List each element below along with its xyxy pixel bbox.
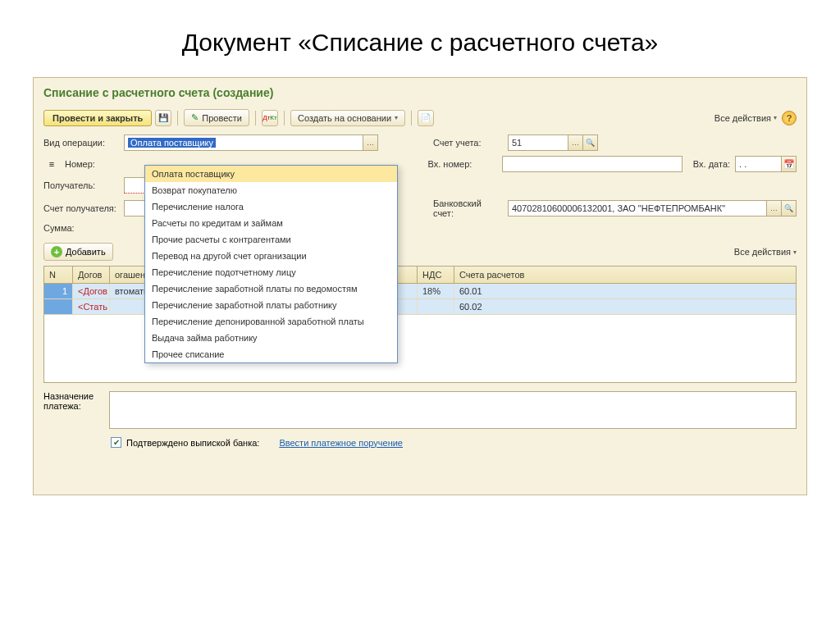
cell-vat[interactable]: 18% bbox=[418, 284, 454, 299]
dropdown-item[interactable]: Перечисление депонированной заработной п… bbox=[145, 313, 397, 330]
create-based-button[interactable]: Создать на основании ▾ bbox=[290, 110, 405, 126]
search-icon[interactable]: 🔍 bbox=[781, 201, 796, 216]
account-value: 51 bbox=[509, 138, 568, 148]
cell-contract[interactable]: <Догов bbox=[73, 284, 110, 299]
dropdown-item[interactable]: Прочие расчеты с контрагентами bbox=[145, 231, 397, 248]
separator bbox=[255, 111, 256, 125]
select-button[interactable]: … bbox=[766, 201, 781, 216]
app-window: Списание с расчетного счета (создание) П… bbox=[33, 77, 807, 495]
post-icon: ✎ bbox=[191, 112, 199, 123]
dropdown-item[interactable]: Перечисление подотчетному лицу bbox=[145, 264, 397, 280]
create-based-label: Создать на основании bbox=[298, 113, 391, 123]
slide-title: Документ «Списание с расчетного счета» bbox=[0, 0, 840, 77]
col-accounts[interactable]: Счета расчетов bbox=[454, 267, 796, 283]
all-actions-grid-label: Все действия bbox=[734, 247, 791, 257]
caret-down-icon: ▾ bbox=[793, 248, 797, 256]
calendar-icon[interactable]: 📅 bbox=[781, 157, 796, 171]
dropdown-item[interactable]: Расчеты по кредитам и займам bbox=[145, 215, 397, 231]
operation-dropdown: Оплата поставщику Возврат покупателю Пер… bbox=[144, 165, 398, 363]
cell-contract[interactable]: <Стать bbox=[73, 299, 110, 314]
post-label: Провести bbox=[202, 113, 242, 123]
dt-kt-icon[interactable]: ДтКт bbox=[262, 110, 278, 126]
separator bbox=[411, 111, 412, 125]
operation-value: Оплата поставщику bbox=[125, 138, 363, 148]
dropdown-item[interactable]: Перевод на другой счет организации bbox=[145, 248, 397, 264]
operation-input[interactable]: Оплата поставщику … bbox=[124, 134, 378, 151]
form-title: Списание с расчетного счета (создание) bbox=[34, 78, 806, 106]
toolbar: Провести и закрыть 💾 ✎ Провести ДтКт Соз… bbox=[34, 106, 806, 133]
recipient-label: Получатель: bbox=[43, 180, 119, 190]
incoming-date-input[interactable]: . . 📅 bbox=[735, 156, 797, 172]
operation-label: Вид операции: bbox=[43, 138, 119, 148]
all-actions-label: Все действия bbox=[714, 113, 771, 123]
caret-down-icon: ▾ bbox=[774, 114, 777, 121]
report-icon[interactable]: 📄 bbox=[418, 110, 434, 126]
post-button[interactable]: ✎ Провести bbox=[184, 109, 249, 126]
cell-account[interactable]: 60.01 bbox=[454, 284, 796, 299]
post-and-close-button[interactable]: Провести и закрыть bbox=[43, 110, 152, 126]
dropdown-item[interactable]: Прочее списание bbox=[145, 346, 397, 362]
sum-label: Сумма: bbox=[43, 223, 119, 233]
plus-icon: + bbox=[51, 246, 62, 258]
cell-vat[interactable] bbox=[418, 299, 454, 314]
search-icon[interactable]: 🔍 bbox=[582, 135, 597, 150]
confirmed-checkbox[interactable]: ✔ bbox=[111, 437, 121, 448]
row-num bbox=[44, 299, 73, 314]
incoming-date-value: . . bbox=[736, 159, 781, 169]
confirmed-label: Подтверждено выпиской банка: bbox=[126, 438, 259, 448]
all-actions-button[interactable]: Все действия ▾ bbox=[714, 113, 777, 123]
select-button[interactable]: … bbox=[568, 135, 582, 150]
bank-account-input[interactable]: 40702810600006132001, ЗАО "НЕФТЕПРОМБАНК… bbox=[508, 200, 797, 217]
dropdown-item[interactable]: Оплата поставщику bbox=[145, 166, 397, 182]
dropdown-item[interactable]: Перечисление заработной платы по ведомос… bbox=[145, 280, 397, 297]
incoming-date-label: Вх. дата: bbox=[687, 159, 730, 169]
incoming-number-input[interactable] bbox=[502, 156, 682, 172]
dropdown-item[interactable]: Выдача займа работнику bbox=[145, 330, 397, 346]
dropdown-item[interactable]: Перечисление заработной платы работнику bbox=[145, 297, 397, 313]
separator bbox=[284, 111, 285, 125]
lines-icon[interactable]: ≡ bbox=[43, 159, 60, 169]
dropdown-item[interactable]: Перечисление налога bbox=[145, 198, 397, 215]
account-input[interactable]: 51 … 🔍 bbox=[508, 134, 598, 151]
purpose-label: Назначение платежа: bbox=[43, 391, 103, 429]
all-actions-grid-button[interactable]: Все действия ▾ bbox=[734, 247, 797, 257]
save-icon[interactable]: 💾 bbox=[155, 110, 171, 126]
col-vat[interactable]: НДС bbox=[418, 267, 454, 283]
number-label: Номер: bbox=[65, 159, 119, 169]
bank-account-label: Банковский счет: bbox=[433, 198, 503, 218]
row-num: 1 bbox=[44, 284, 73, 299]
account-label: Счет учета: bbox=[433, 138, 503, 148]
enter-payment-link[interactable]: Ввести платежное поручение bbox=[279, 438, 403, 448]
add-label: Добавить bbox=[66, 247, 106, 257]
help-icon[interactable]: ? bbox=[782, 111, 797, 125]
separator bbox=[177, 111, 178, 125]
add-button[interactable]: + Добавить bbox=[43, 243, 113, 261]
incoming-number-label: Вх. номер: bbox=[427, 159, 497, 169]
recipient-account-label: Счет получателя: bbox=[43, 203, 119, 213]
col-n[interactable]: N bbox=[44, 267, 73, 283]
cell-account[interactable]: 60.02 bbox=[454, 299, 796, 314]
dropdown-item[interactable]: Возврат покупателю bbox=[145, 182, 397, 198]
caret-down-icon: ▾ bbox=[395, 114, 398, 121]
select-button[interactable]: … bbox=[363, 135, 377, 150]
purpose-textarea[interactable] bbox=[109, 391, 797, 429]
bank-account-value: 40702810600006132001, ЗАО "НЕФТЕПРОМБАНК… bbox=[509, 203, 766, 213]
col-contract[interactable]: Догов bbox=[73, 267, 110, 283]
